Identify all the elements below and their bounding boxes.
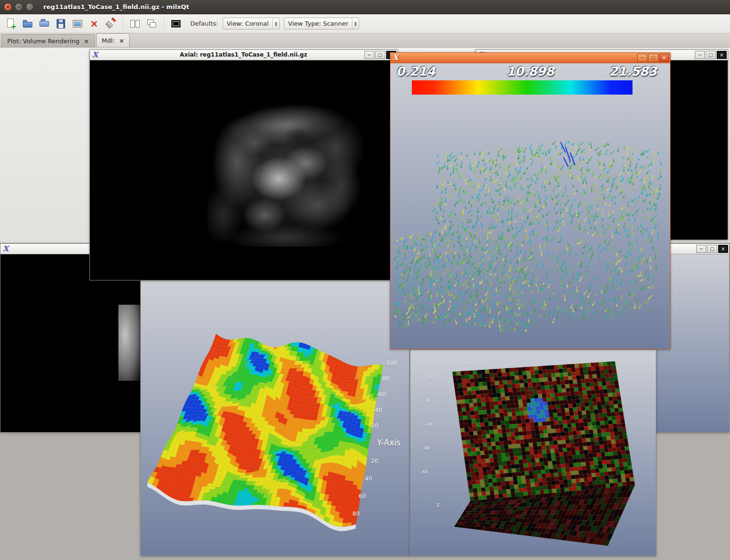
new-image-icon[interactable]: +: [5, 18, 17, 30]
model-volume-canvas[interactable]: [410, 350, 656, 556]
axis-tick: 50: [428, 375, 434, 379]
window-title: reg11atlas1_ToCase_1_field.nii.gz - milx…: [43, 3, 189, 10]
axis-tick: -80: [380, 376, 390, 382]
subwindow-close-button[interactable]: ×: [659, 54, 669, 62]
axis-tick: -60: [377, 391, 386, 398]
axis-tick: 40: [365, 475, 372, 482]
subwindow-minimize-button[interactable]: −: [695, 51, 705, 59]
subwindow-maximize-button[interactable]: □: [648, 54, 658, 62]
background-toggle-icon[interactable]: [170, 18, 182, 30]
surface-viewport[interactable]: Y-Axis -100-80-60-40-2020406080: [141, 281, 409, 556]
axial-image-window[interactable]: X Axial: reg11atlas1_ToCase_1_field.nii.…: [89, 49, 398, 280]
subwindow-close-button[interactable]: ×: [717, 51, 727, 59]
view-combobox[interactable]: View: Coronal ▲▼: [223, 18, 280, 29]
refresh-icon[interactable]: [105, 18, 117, 30]
surface-plot-window[interactable]: X Y-Axis -100-80-60-40-2020406080: [140, 270, 410, 556]
model-volume-window[interactable]: X Z- Z- 500-20-40-60: [410, 339, 656, 556]
spinner-arrows-icon[interactable]: ▲▼: [273, 18, 279, 29]
axis-tick: -40: [373, 407, 382, 414]
subwindow-minimize-button[interactable]: −: [637, 54, 647, 62]
tab-mdl[interactable]: Mdl: ×: [96, 33, 130, 47]
colorbar-max-label: 21.583: [609, 64, 657, 78]
axis-tick: -20: [425, 422, 432, 427]
tab-plot-volume-rendering[interactable]: Plot: Volume Rendering ×: [1, 34, 95, 47]
tab-bar: Plot: Volume Rendering × Mdl: ×: [0, 33, 730, 48]
tab-close-icon[interactable]: ×: [119, 37, 124, 44]
axis-tick: 60: [359, 493, 366, 500]
axis-tick: 80: [352, 511, 360, 517]
colorbar-gradient: [412, 80, 633, 95]
close-image-icon[interactable]: ×: [88, 18, 100, 30]
subwindow-minimize-button[interactable]: −: [696, 245, 706, 253]
tab-close-icon[interactable]: ×: [84, 38, 89, 45]
window-close-button[interactable]: ×: [4, 3, 12, 11]
save-icon[interactable]: [55, 18, 67, 30]
screenshot-icon[interactable]: [71, 18, 84, 30]
axis-tick: 0: [427, 398, 429, 403]
window-titlebar[interactable]: × − reg11atlas1_ToCase_1_field.nii.gz - …: [0, 0, 730, 14]
vector-field-canvas[interactable]: [393, 101, 667, 347]
window-minimize-button[interactable]: −: [15, 3, 23, 11]
tab-label: Mdl:: [102, 37, 115, 44]
subwindow-minimize-button[interactable]: −: [364, 51, 374, 59]
subwindow-title: Axial: reg11atlas1_ToCase_1_field.nii.gz: [90, 51, 397, 58]
tab-label: Plot: Volume Rendering: [7, 38, 79, 45]
defaults-label: Defaults:: [190, 20, 218, 27]
subwindow-maximize-button[interactable]: □: [706, 51, 716, 59]
window-maximize-button[interactable]: [26, 3, 34, 11]
axial-slice-canvas[interactable]: [207, 91, 363, 247]
surface-plot-canvas[interactable]: [141, 281, 409, 556]
z-axis-label-top: Z-: [467, 361, 472, 366]
subwindow-maximize-button[interactable]: □: [707, 245, 717, 253]
y-axis-label: Y-Axis: [377, 438, 400, 447]
axis-tick: -40: [423, 446, 430, 451]
axial-slice-viewport[interactable]: [90, 60, 397, 280]
view-combobox-value: View: Coronal: [227, 20, 269, 27]
subwindow-titlebar[interactable]: X − □ ×: [390, 53, 670, 63]
mdi-workspace: X − □ × X − □ ×: [0, 48, 730, 560]
view-type-combobox[interactable]: View Type: Scanner ▲▼: [284, 18, 359, 29]
axis-tick: -20: [369, 423, 379, 429]
toolbar: + × Defaults: View: Coronal ▲▼ View Type…: [0, 14, 730, 33]
spinner-arrows-icon[interactable]: ▲▼: [352, 18, 359, 29]
milxqt-application-window: × − reg11atlas1_ToCase_1_field.nii.gz - …: [0, 0, 730, 560]
milx-logo-icon: X: [393, 53, 399, 62]
slice-image-fragment: [118, 305, 141, 381]
axis-tick: -100: [384, 360, 397, 367]
toolbar-separator: [123, 18, 123, 29]
subwindow-maximize-button[interactable]: □: [375, 51, 385, 59]
open-series-icon[interactable]: [38, 18, 50, 30]
subwindow-titlebar[interactable]: X Axial: reg11atlas1_ToCase_1_field.nii.…: [90, 50, 397, 60]
subwindow-close-button[interactable]: ×: [718, 245, 728, 253]
axis-tick: -60: [421, 470, 428, 474]
milx-logo-icon: X: [3, 244, 9, 253]
vector-field-window[interactable]: X − □ × 0.214 10.898 21.583: [390, 52, 671, 349]
cascade-windows-icon[interactable]: [146, 18, 158, 30]
toolbar-separator: [164, 18, 164, 29]
open-file-icon[interactable]: [21, 18, 34, 30]
model-viewport[interactable]: Z- Z- 500-20-40-60: [410, 350, 656, 556]
view-type-combobox-value: View Type: Scanner: [288, 20, 349, 27]
vector-viewport[interactable]: 0.214 10.898 21.583: [390, 63, 670, 349]
z-axis-label-bottom: Z-: [437, 503, 441, 508]
axis-tick: 20: [371, 458, 378, 464]
tile-windows-icon[interactable]: [129, 18, 141, 30]
